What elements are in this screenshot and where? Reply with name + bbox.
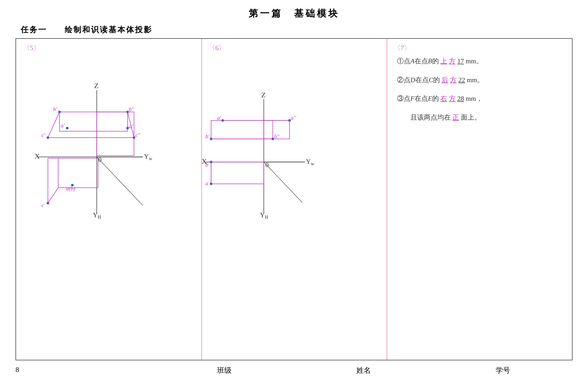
line-3: ③点F在点E的 右 方 28 mm， <box>397 92 562 106</box>
svg-text:a': a' <box>61 122 65 129</box>
page-number: 8 <box>16 366 155 375</box>
svg-text:b'': b'' <box>274 133 279 139</box>
svg-text:Yw: Yw <box>306 158 314 166</box>
svg-text:b: b <box>205 162 208 168</box>
svg-text:a'': a'' <box>291 115 296 121</box>
svg-text:c': c' <box>42 132 45 138</box>
line-2: ②点D在点C的 后 方 22 mm。 <box>397 73 562 87</box>
svg-text:Yw: Yw <box>144 153 152 161</box>
svg-text:b'': b'' <box>129 106 134 112</box>
main-box: 〈5〉 〈6〉 〈7〉 X Yw YH Z 0 b' b'' <box>16 38 572 360</box>
line-1: ①点A在点B的 上 方 17 mm。 <box>397 54 562 68</box>
svg-text:b': b' <box>53 106 57 112</box>
footer: 8 班级 姓名 学号 <box>16 366 572 375</box>
svg-text:b': b' <box>205 133 210 139</box>
svg-text:Z: Z <box>94 82 98 90</box>
name-label: 姓名 <box>294 366 433 375</box>
task-title: 任务一 绘制和识读基本体投影 <box>21 25 588 35</box>
svg-text:a: a <box>205 180 208 186</box>
svg-rect-54 <box>211 120 273 139</box>
svg-rect-33 <box>97 112 134 155</box>
svg-line-62 <box>264 162 302 203</box>
svg-text:YH: YH <box>260 211 268 220</box>
svg-text:a': a' <box>217 115 221 121</box>
svg-text:c: c <box>42 202 44 208</box>
svg-text:a(b): a(b) <box>66 185 75 192</box>
line-4: 且该两点均在 正 面上。 <box>397 111 562 125</box>
svg-rect-61 <box>211 162 264 184</box>
right-panel: ①点A在点B的 上 方 17 mm。 ②点D在点C的 后 方 22 mm。 ③点… <box>397 54 562 129</box>
svg-line-23 <box>48 112 59 137</box>
class-label: 班级 <box>155 366 294 375</box>
svg-text:0: 0 <box>265 161 269 169</box>
svg-rect-25 <box>58 158 98 188</box>
svg-text:0: 0 <box>98 156 102 164</box>
svg-text:X: X <box>35 152 40 160</box>
svg-point-14 <box>66 127 68 129</box>
svg-line-31 <box>48 188 58 203</box>
id-label: 学号 <box>433 366 572 375</box>
svg-line-34 <box>97 157 143 206</box>
svg-point-16 <box>126 127 129 129</box>
svg-text:YH: YH <box>93 211 101 220</box>
page-title: 第一篇 基础模块 <box>0 0 588 20</box>
svg-text:Z: Z <box>261 91 266 99</box>
svg-text:c'': c'' <box>135 132 140 138</box>
svg-rect-9 <box>59 112 128 131</box>
